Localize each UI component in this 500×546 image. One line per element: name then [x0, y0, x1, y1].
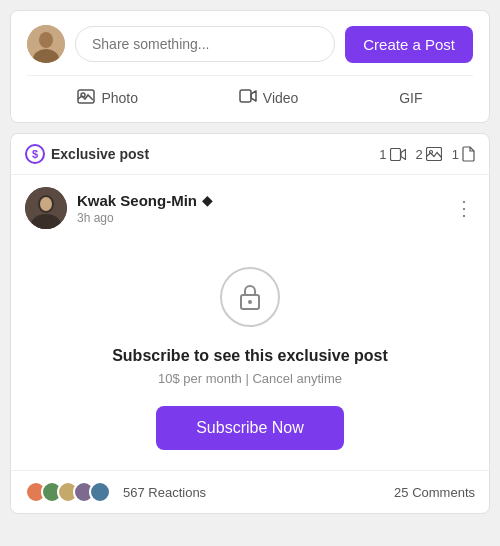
gif-action[interactable]: GIF: [391, 86, 430, 110]
svg-point-14: [248, 300, 252, 304]
divider: [27, 75, 473, 76]
file-count-number: 1: [452, 147, 459, 162]
image-count-icon: [426, 147, 442, 161]
file-count: 1: [452, 146, 475, 162]
svg-point-1: [39, 32, 53, 48]
image-count: 2: [416, 147, 442, 162]
exclusive-label-text: Exclusive post: [51, 146, 149, 162]
video-action[interactable]: Video: [231, 85, 307, 111]
reaction-avatars: [25, 481, 105, 503]
exclusive-post-card: $ Exclusive post 1 2 1: [10, 133, 490, 514]
video-count: 1: [379, 147, 405, 162]
gif-label: GIF: [399, 90, 422, 106]
author-avatar: [25, 187, 67, 229]
svg-rect-6: [390, 148, 400, 160]
exclusive-post-header: $ Exclusive post 1 2 1: [11, 134, 489, 175]
create-post-button[interactable]: Create a Post: [345, 26, 473, 63]
svg-rect-5: [240, 90, 251, 102]
reactions-count: 567 Reactions: [123, 485, 206, 500]
photo-label: Photo: [101, 90, 138, 106]
verified-icon: ◆: [202, 192, 213, 208]
author-info: Kwak Seong-Min ◆ 3h ago: [25, 187, 213, 229]
lock-icon: [237, 283, 263, 311]
more-options-button[interactable]: ⋮: [454, 198, 475, 218]
reaction-avatar-5: [89, 481, 111, 503]
lock-circle: [220, 267, 280, 327]
post-footer: 567 Reactions 25 Comments: [11, 470, 489, 513]
file-count-icon: [462, 146, 475, 162]
subscribe-section: Subscribe to see this exclusive post 10$…: [11, 237, 489, 470]
video-icon: [239, 89, 257, 107]
subscribe-subtitle: 10$ per month | Cancel anytime: [27, 371, 473, 386]
photo-action[interactable]: Photo: [69, 84, 146, 112]
subscribe-now-button[interactable]: Subscribe Now: [156, 406, 344, 450]
media-actions: Photo Video GIF: [27, 84, 473, 112]
media-counts: 1 2 1: [379, 146, 475, 162]
photo-icon: [77, 88, 95, 108]
reactions-left: 567 Reactions: [25, 481, 206, 503]
exclusive-label: $ Exclusive post: [25, 144, 149, 164]
comments-count[interactable]: 25 Comments: [394, 485, 475, 500]
exclusive-dollar-icon: $: [25, 144, 45, 164]
user-avatar: [27, 25, 65, 63]
video-label: Video: [263, 90, 299, 106]
author-name-row: Kwak Seong-Min ◆: [77, 192, 213, 209]
post-time: 3h ago: [77, 211, 213, 225]
author-name: Kwak Seong-Min: [77, 192, 197, 209]
video-count-icon: [390, 148, 406, 161]
post-creator-card: Create a Post Photo Video GIF: [10, 10, 490, 123]
svg-point-12: [40, 197, 52, 211]
share-input[interactable]: [75, 26, 335, 62]
subscribe-title: Subscribe to see this exclusive post: [27, 347, 473, 365]
author-details: Kwak Seong-Min ◆ 3h ago: [77, 192, 213, 225]
creator-top-row: Create a Post: [27, 25, 473, 63]
image-count-number: 2: [416, 147, 423, 162]
post-author-row: Kwak Seong-Min ◆ 3h ago ⋮: [11, 175, 489, 237]
video-count-number: 1: [379, 147, 386, 162]
